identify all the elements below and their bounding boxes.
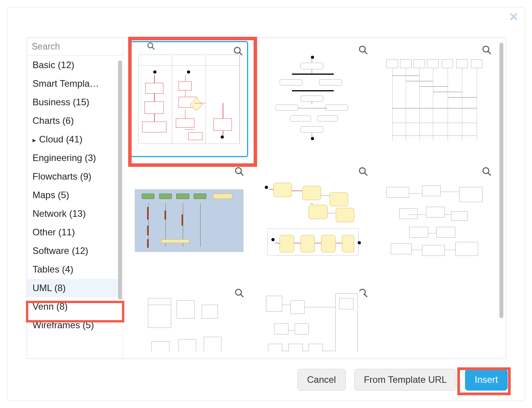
template-uml-sequence-blue-4[interactable]	[130, 163, 248, 279]
svg-line-15	[241, 294, 244, 297]
category-label: UML (8)	[33, 283, 66, 293]
svg-line-5	[364, 51, 367, 54]
category-label: Wireframes (5)	[33, 320, 94, 330]
zoom-icon[interactable]	[234, 166, 244, 177]
category-label: Business (15)	[33, 97, 89, 107]
category-item-uml[interactable]: UML (8)	[27, 279, 121, 297]
template-uml-state-yellow-5[interactable]	[254, 163, 372, 279]
category-item-charts[interactable]: Charts (6)	[27, 111, 121, 130]
template-thumbnail	[384, 54, 489, 144]
templates-grid[interactable]	[123, 38, 506, 358]
template-uml-activity-2[interactable]	[254, 41, 372, 157]
dialog-content: Basic (12) Smart Templa… Business (15) C…	[27, 38, 506, 359]
category-item-venn[interactable]: Venn (8)	[27, 297, 121, 316]
template-uml-deployment-8[interactable]	[254, 284, 372, 351]
zoom-icon[interactable]	[234, 288, 244, 298]
template-thumbnail	[144, 291, 234, 351]
category-label: Maps (5)	[33, 190, 69, 200]
category-label: Venn (8)	[33, 301, 68, 312]
svg-line-13	[488, 173, 491, 175]
from-template-url-button[interactable]: From Template URL	[354, 369, 456, 391]
svg-line-17	[364, 294, 367, 297]
category-item-smart-templates[interactable]: Smart Templa…	[27, 74, 121, 93]
category-label: Engineering (3)	[33, 153, 96, 163]
template-picker-dialog: ✕ Basic (12) Smart Templa… Business (15)…	[7, 7, 525, 401]
svg-line-9	[241, 173, 244, 175]
template-thumbnail	[384, 182, 489, 259]
sidebar-scrollbar[interactable]	[118, 60, 122, 300]
svg-line-11	[364, 173, 367, 175]
category-item-basic[interactable]: Basic (12)	[27, 56, 121, 74]
category-item-engineering[interactable]: Engineering (3)	[27, 149, 121, 167]
template-uml-activity-swimlanes-1[interactable]	[130, 41, 248, 157]
template-thumbnail	[261, 54, 365, 144]
zoom-icon[interactable]	[358, 166, 368, 177]
search-row	[27, 38, 123, 56]
category-label: Cloud (41)	[39, 134, 82, 144]
category-item-flowcharts[interactable]: Flowcharts (9)	[27, 167, 121, 186]
category-item-tables[interactable]: Tables (4)	[27, 260, 121, 279]
templates-pane	[123, 38, 506, 358]
category-item-cloud[interactable]: Cloud (41)	[27, 130, 121, 149]
svg-line-7	[488, 51, 491, 54]
category-item-maps[interactable]: Maps (5)	[27, 186, 121, 204]
category-label: Other (11)	[33, 227, 75, 237]
cancel-button[interactable]: Cancel	[297, 369, 346, 391]
category-label: Smart Templa…	[33, 78, 99, 89]
template-uml-class-6[interactable]	[378, 163, 496, 279]
category-item-other[interactable]: Other (11)	[27, 223, 121, 242]
template-thumbnail	[262, 291, 364, 351]
template-thumbnail	[138, 55, 240, 143]
category-item-business[interactable]: Business (15)	[27, 93, 121, 111]
category-label: Software (12)	[33, 245, 88, 256]
close-icon[interactable]: ✕	[508, 11, 519, 23]
category-label: Network (13)	[33, 208, 86, 219]
sidebar: Basic (12) Smart Templa… Business (15) C…	[27, 38, 123, 358]
category-list[interactable]: Basic (12) Smart Templa… Business (15) C…	[27, 56, 123, 358]
insert-button[interactable]: Insert	[465, 369, 508, 391]
category-item-wireframes[interactable]: Wireframes (5)	[27, 316, 121, 334]
category-label: Basic (12)	[33, 60, 74, 70]
category-item-network[interactable]: Network (13)	[27, 204, 121, 223]
category-label: Flowcharts (9)	[33, 171, 91, 182]
category-label: Tables (4)	[33, 264, 73, 274]
zoom-icon[interactable]	[482, 166, 492, 177]
dialog-footer: Cancel From Template URL Insert	[7, 367, 525, 392]
template-thumbnail	[261, 181, 365, 260]
category-label: Charts (6)	[33, 115, 74, 126]
template-uml-sequence-big-3[interactable]	[378, 41, 496, 157]
template-thumbnail	[135, 189, 244, 252]
template-uml-class-detail-7[interactable]	[130, 284, 248, 351]
category-item-software[interactable]: Software (12)	[27, 242, 121, 260]
